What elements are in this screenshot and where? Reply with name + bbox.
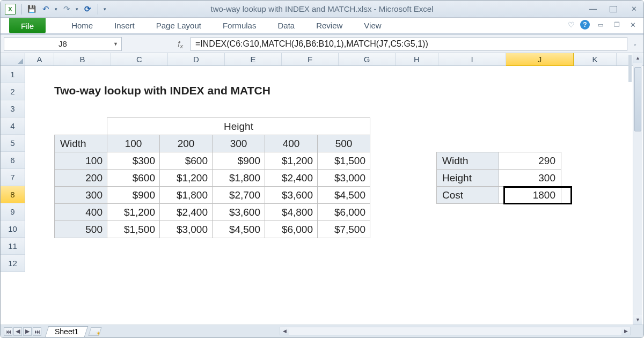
cost-cell[interactable]: $1,200 bbox=[107, 204, 160, 221]
cell-title[interactable]: Two-way lookup with INDEX and MATCH bbox=[54, 84, 270, 97]
name-box-dropdown-icon[interactable]: ▼ bbox=[113, 41, 118, 47]
col-header-B[interactable]: B bbox=[54, 53, 111, 65]
cost-cell[interactable]: $2,700 bbox=[213, 187, 265, 204]
horizontal-scrollbar[interactable]: ◀ ▶ bbox=[280, 327, 631, 335]
minimize-button[interactable] bbox=[588, 5, 598, 13]
excel-icon[interactable] bbox=[5, 4, 16, 14]
cost-cell[interactable]: $3,600 bbox=[265, 187, 318, 204]
redo-button[interactable] bbox=[62, 4, 71, 14]
cost-cell[interactable]: $6,000 bbox=[265, 221, 318, 238]
cost-cell[interactable]: $1,800 bbox=[213, 170, 265, 187]
file-tab[interactable]: File bbox=[9, 18, 46, 33]
h-300[interactable]: 300 bbox=[213, 135, 265, 152]
row-header-4[interactable]: 4 bbox=[1, 117, 25, 135]
cost-cell[interactable]: $600 bbox=[107, 170, 160, 187]
h-200[interactable]: 200 bbox=[160, 135, 213, 152]
width-100[interactable]: 100 bbox=[55, 152, 107, 170]
vertical-scroll-thumb[interactable] bbox=[634, 67, 641, 131]
height-header[interactable]: Height bbox=[107, 118, 370, 135]
scroll-right-button[interactable]: ▶ bbox=[621, 327, 630, 335]
workbook-close-button[interactable] bbox=[627, 20, 638, 29]
lookup-width-value[interactable]: 290 bbox=[499, 152, 561, 170]
cost-cell[interactable]: $1,200 bbox=[265, 152, 318, 170]
col-header-F[interactable]: F bbox=[282, 53, 339, 65]
row-header-3[interactable]: 3 bbox=[1, 100, 25, 117]
cost-cell[interactable]: $1,500 bbox=[318, 152, 370, 170]
cost-cell[interactable]: $900 bbox=[107, 187, 160, 204]
redo-dropdown[interactable]: ▾ bbox=[76, 6, 78, 12]
cost-cell[interactable]: $1,800 bbox=[160, 187, 213, 204]
lookup-cost-value[interactable]: 1800 bbox=[499, 187, 561, 204]
tab-home[interactable]: Home bbox=[61, 18, 104, 33]
fx-icon[interactable]: f bbox=[178, 39, 183, 48]
row-header-1[interactable]: 1 bbox=[1, 66, 25, 83]
undo-button[interactable] bbox=[41, 4, 50, 14]
col-header-J[interactable]: J bbox=[506, 53, 574, 66]
worksheet-cells[interactable]: Two-way lookup with INDEX and MATCH Heig… bbox=[25, 66, 643, 325]
tab-view[interactable]: View bbox=[353, 18, 392, 33]
width-400[interactable]: 400 bbox=[55, 204, 107, 221]
new-sheet-button[interactable] bbox=[89, 327, 102, 336]
refresh-button[interactable] bbox=[83, 4, 92, 14]
formula-input[interactable]: =INDEX(C6:G10,MATCH(J6,B6:B10,1),MATCH(J… bbox=[191, 37, 627, 51]
col-header-K[interactable]: K bbox=[574, 53, 617, 65]
cost-cell[interactable]: $1,200 bbox=[160, 170, 213, 187]
col-header-I[interactable]: I bbox=[438, 53, 506, 65]
cost-cell[interactable]: $3,600 bbox=[213, 204, 265, 221]
name-box[interactable]: J8 ▼ bbox=[4, 37, 122, 51]
width-200[interactable]: 200 bbox=[55, 170, 107, 187]
cost-cell[interactable]: $7,500 bbox=[318, 221, 370, 238]
col-header-D[interactable]: D bbox=[168, 53, 225, 65]
col-header-A[interactable]: A bbox=[25, 53, 54, 65]
main-table[interactable]: Height Width 100 200 300 400 500 100$300… bbox=[54, 117, 370, 238]
row-header-2[interactable]: 2 bbox=[1, 83, 25, 100]
workbook-minimize-button[interactable] bbox=[595, 20, 606, 29]
row-header-6[interactable]: 6 bbox=[1, 152, 25, 169]
lookup-cost-label[interactable]: Cost bbox=[437, 187, 499, 204]
tab-formulas[interactable]: Formulas bbox=[212, 18, 267, 33]
vertical-scrollbar[interactable]: ▲ ▼ bbox=[633, 53, 642, 325]
lookup-width-label[interactable]: Width bbox=[437, 152, 499, 170]
ribbon-min-icon[interactable] bbox=[568, 20, 575, 29]
cost-cell[interactable]: $300 bbox=[107, 152, 160, 170]
row-header-10[interactable]: 10 bbox=[1, 221, 25, 238]
col-header-G[interactable]: G bbox=[339, 53, 396, 65]
col-header-H[interactable]: H bbox=[396, 53, 438, 65]
h-500[interactable]: 500 bbox=[318, 135, 370, 152]
cost-cell[interactable]: $1,500 bbox=[107, 221, 160, 238]
row-header-5[interactable]: 5 bbox=[1, 135, 25, 152]
width-500[interactable]: 500 bbox=[55, 221, 107, 238]
row-header-11[interactable]: 11 bbox=[1, 238, 25, 255]
scroll-up-button[interactable]: ▲ bbox=[633, 53, 642, 63]
undo-dropdown[interactable]: ▾ bbox=[55, 6, 57, 12]
select-all-button[interactable] bbox=[1, 53, 25, 65]
width-header[interactable]: Width bbox=[55, 135, 107, 152]
lookup-table[interactable]: Width 290 Height 300 Cost 1800 bbox=[436, 152, 561, 204]
row-header-9[interactable]: 9 bbox=[1, 203, 25, 221]
tab-prev-button[interactable]: ◀ bbox=[13, 327, 22, 336]
cost-cell[interactable]: $3,000 bbox=[318, 170, 370, 187]
cost-cell[interactable]: $4,500 bbox=[318, 187, 370, 204]
scroll-down-button[interactable]: ▼ bbox=[633, 315, 642, 325]
cost-cell[interactable]: $6,000 bbox=[318, 204, 370, 221]
h-400[interactable]: 400 bbox=[265, 135, 318, 152]
qat-customize-dropdown[interactable]: ▾ bbox=[104, 6, 106, 12]
cost-cell[interactable]: $3,000 bbox=[160, 221, 213, 238]
cost-cell[interactable]: $600 bbox=[160, 152, 213, 170]
tab-first-button[interactable]: ⏮ bbox=[4, 327, 12, 336]
tab-review[interactable]: Review bbox=[305, 18, 353, 33]
lookup-height-label[interactable]: Height bbox=[437, 170, 499, 187]
tab-last-button[interactable]: ⏭ bbox=[33, 327, 41, 336]
cost-cell[interactable]: $4,500 bbox=[213, 221, 265, 238]
close-button[interactable] bbox=[628, 5, 639, 13]
tab-page-layout[interactable]: Page Layout bbox=[145, 18, 212, 33]
cost-cell[interactable]: $2,400 bbox=[160, 204, 213, 221]
row-header-7[interactable]: 7 bbox=[1, 169, 25, 186]
scroll-left-button[interactable]: ◀ bbox=[280, 327, 289, 335]
col-header-C[interactable]: C bbox=[111, 53, 168, 65]
workbook-restore-button[interactable] bbox=[611, 20, 622, 29]
row-header-12[interactable]: 12 bbox=[1, 255, 25, 272]
help-icon[interactable]: ? bbox=[580, 20, 590, 30]
maximize-button[interactable] bbox=[608, 5, 619, 13]
tab-data[interactable]: Data bbox=[267, 18, 305, 33]
